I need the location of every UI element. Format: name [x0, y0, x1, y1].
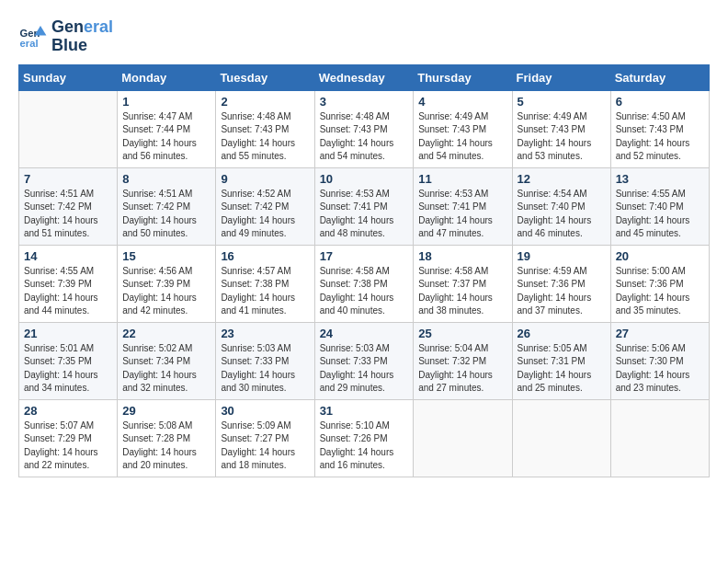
calendar-cell: 22 Sunrise: 5:02 AMSunset: 7:34 PMDaylig… — [118, 322, 216, 399]
day-number: 13 — [616, 172, 704, 186]
day-number: 18 — [418, 249, 506, 263]
calendar-cell: 15 Sunrise: 4:56 AMSunset: 7:39 PMDaylig… — [118, 245, 216, 322]
day-info: Sunrise: 5:06 AMSunset: 7:30 PMDaylight:… — [616, 342, 704, 396]
weekday-header-monday: Monday — [118, 64, 216, 90]
day-info: Sunrise: 4:57 AMSunset: 7:38 PMDaylight:… — [221, 265, 309, 318]
day-info: Sunrise: 4:58 AMSunset: 7:37 PMDaylight:… — [418, 265, 506, 318]
day-info: Sunrise: 4:51 AMSunset: 7:42 PMDaylight:… — [24, 188, 112, 241]
calendar-cell — [610, 399, 709, 477]
day-info: Sunrise: 5:03 AMSunset: 7:33 PMDaylight:… — [320, 342, 409, 396]
day-number: 8 — [122, 172, 210, 186]
day-number: 4 — [418, 95, 506, 109]
calendar-cell — [19, 90, 118, 167]
calendar-cell: 30 Sunrise: 5:09 AMSunset: 7:27 PMDaylig… — [216, 399, 314, 477]
calendar-cell: 28 Sunrise: 5:07 AMSunset: 7:29 PMDaylig… — [19, 399, 118, 477]
calendar-cell: 20 Sunrise: 5:00 AMSunset: 7:36 PMDaylig… — [610, 245, 709, 322]
calendar-cell: 19 Sunrise: 4:59 AMSunset: 7:36 PMDaylig… — [512, 245, 610, 322]
day-number: 7 — [24, 172, 112, 186]
day-info: Sunrise: 4:49 AMSunset: 7:43 PMDaylight:… — [518, 110, 606, 164]
calendar-cell: 16 Sunrise: 4:57 AMSunset: 7:38 PMDaylig… — [216, 245, 314, 322]
calendar-cell: 3 Sunrise: 4:48 AMSunset: 7:43 PMDayligh… — [314, 90, 414, 167]
calendar-week-row-3: 14 Sunrise: 4:55 AMSunset: 7:39 PMDaylig… — [19, 245, 710, 322]
day-info: Sunrise: 5:05 AMSunset: 7:31 PMDaylight:… — [518, 342, 606, 396]
weekday-header-friday: Friday — [512, 64, 610, 90]
weekday-header-sunday: Sunday — [19, 64, 118, 90]
day-number: 15 — [122, 249, 210, 263]
day-number: 16 — [221, 249, 309, 263]
calendar-cell: 2 Sunrise: 4:48 AMSunset: 7:43 PMDayligh… — [216, 90, 314, 167]
day-number: 2 — [221, 95, 309, 109]
day-info: Sunrise: 4:55 AMSunset: 7:40 PMDaylight:… — [616, 188, 704, 241]
calendar-cell: 11 Sunrise: 4:53 AMSunset: 7:41 PMDaylig… — [414, 167, 512, 245]
calendar-cell: 24 Sunrise: 5:03 AMSunset: 7:33 PMDaylig… — [314, 322, 414, 399]
calendar-cell: 5 Sunrise: 4:49 AMSunset: 7:43 PMDayligh… — [512, 90, 610, 167]
day-number: 29 — [122, 404, 210, 418]
calendar-week-row-4: 21 Sunrise: 5:01 AMSunset: 7:35 PMDaylig… — [19, 322, 710, 399]
day-number: 6 — [616, 95, 704, 109]
day-info: Sunrise: 4:55 AMSunset: 7:39 PMDaylight:… — [24, 265, 112, 318]
calendar-cell: 14 Sunrise: 4:55 AMSunset: 7:39 PMDaylig… — [19, 245, 118, 322]
calendar-cell — [512, 399, 610, 477]
day-number: 12 — [518, 172, 606, 186]
page-header: Gen eral GeneralBlue — [18, 18, 710, 55]
day-info: Sunrise: 4:53 AMSunset: 7:41 PMDaylight:… — [418, 188, 506, 241]
calendar-cell: 13 Sunrise: 4:55 AMSunset: 7:40 PMDaylig… — [610, 167, 709, 245]
day-number: 10 — [320, 172, 409, 186]
calendar-cell: 29 Sunrise: 5:08 AMSunset: 7:28 PMDaylig… — [118, 399, 216, 477]
svg-text:eral: eral — [20, 38, 39, 49]
calendar-week-row-5: 28 Sunrise: 5:07 AMSunset: 7:29 PMDaylig… — [19, 399, 710, 477]
calendar-cell: 7 Sunrise: 4:51 AMSunset: 7:42 PMDayligh… — [19, 167, 118, 245]
calendar-cell: 1 Sunrise: 4:47 AMSunset: 7:44 PMDayligh… — [118, 90, 216, 167]
day-number: 31 — [320, 404, 409, 418]
calendar-cell: 17 Sunrise: 4:58 AMSunset: 7:38 PMDaylig… — [314, 245, 414, 322]
calendar-cell: 31 Sunrise: 5:10 AMSunset: 7:26 PMDaylig… — [314, 399, 414, 477]
day-info: Sunrise: 4:48 AMSunset: 7:43 PMDaylight:… — [320, 110, 409, 164]
calendar-cell: 8 Sunrise: 4:51 AMSunset: 7:42 PMDayligh… — [118, 167, 216, 245]
calendar-cell: 25 Sunrise: 5:04 AMSunset: 7:32 PMDaylig… — [414, 322, 512, 399]
logo-text: GeneralBlue — [51, 18, 113, 55]
day-info: Sunrise: 4:58 AMSunset: 7:38 PMDaylight:… — [320, 265, 409, 318]
calendar-cell: 10 Sunrise: 4:53 AMSunset: 7:41 PMDaylig… — [314, 167, 414, 245]
day-number: 28 — [24, 404, 112, 418]
day-info: Sunrise: 5:03 AMSunset: 7:33 PMDaylight:… — [221, 342, 309, 396]
day-info: Sunrise: 5:07 AMSunset: 7:29 PMDaylight:… — [24, 419, 112, 473]
day-info: Sunrise: 4:51 AMSunset: 7:42 PMDaylight:… — [122, 188, 210, 241]
calendar-cell: 6 Sunrise: 4:50 AMSunset: 7:43 PMDayligh… — [610, 90, 709, 167]
day-number: 30 — [221, 404, 309, 418]
weekday-header-saturday: Saturday — [610, 64, 709, 90]
calendar-cell: 12 Sunrise: 4:54 AMSunset: 7:40 PMDaylig… — [512, 167, 610, 245]
calendar-cell: 4 Sunrise: 4:49 AMSunset: 7:43 PMDayligh… — [414, 90, 512, 167]
day-info: Sunrise: 4:48 AMSunset: 7:43 PMDaylight:… — [221, 110, 309, 164]
day-info: Sunrise: 4:54 AMSunset: 7:40 PMDaylight:… — [518, 188, 606, 241]
day-number: 11 — [418, 172, 506, 186]
weekday-header-tuesday: Tuesday — [216, 64, 314, 90]
calendar-cell: 21 Sunrise: 5:01 AMSunset: 7:35 PMDaylig… — [19, 322, 118, 399]
calendar-week-row-2: 7 Sunrise: 4:51 AMSunset: 7:42 PMDayligh… — [19, 167, 710, 245]
calendar-table: SundayMondayTuesdayWednesdayThursdayFrid… — [18, 64, 710, 477]
calendar-cell: 23 Sunrise: 5:03 AMSunset: 7:33 PMDaylig… — [216, 322, 314, 399]
day-number: 25 — [418, 327, 506, 340]
day-number: 20 — [616, 249, 704, 263]
day-number: 22 — [122, 327, 210, 340]
calendar-cell — [414, 399, 512, 477]
calendar-cell: 26 Sunrise: 5:05 AMSunset: 7:31 PMDaylig… — [512, 322, 610, 399]
day-info: Sunrise: 4:56 AMSunset: 7:39 PMDaylight:… — [122, 265, 210, 318]
day-number: 9 — [221, 172, 309, 186]
day-number: 14 — [24, 249, 112, 263]
day-number: 21 — [24, 327, 112, 340]
calendar-week-row-1: 1 Sunrise: 4:47 AMSunset: 7:44 PMDayligh… — [19, 90, 710, 167]
day-number: 27 — [616, 327, 704, 340]
day-number: 1 — [122, 95, 210, 109]
day-info: Sunrise: 5:00 AMSunset: 7:36 PMDaylight:… — [616, 265, 704, 318]
day-number: 26 — [518, 327, 606, 340]
day-number: 3 — [320, 95, 409, 109]
day-info: Sunrise: 4:53 AMSunset: 7:41 PMDaylight:… — [320, 188, 409, 241]
day-info: Sunrise: 4:49 AMSunset: 7:43 PMDaylight:… — [418, 110, 506, 164]
weekday-header-row: SundayMondayTuesdayWednesdayThursdayFrid… — [19, 64, 710, 90]
day-info: Sunrise: 4:59 AMSunset: 7:36 PMDaylight:… — [518, 265, 606, 318]
day-number: 19 — [518, 249, 606, 263]
day-info: Sunrise: 5:01 AMSunset: 7:35 PMDaylight:… — [24, 342, 112, 396]
weekday-header-wednesday: Wednesday — [314, 64, 414, 90]
day-number: 23 — [221, 327, 309, 340]
day-info: Sunrise: 4:52 AMSunset: 7:42 PMDaylight:… — [221, 188, 309, 241]
